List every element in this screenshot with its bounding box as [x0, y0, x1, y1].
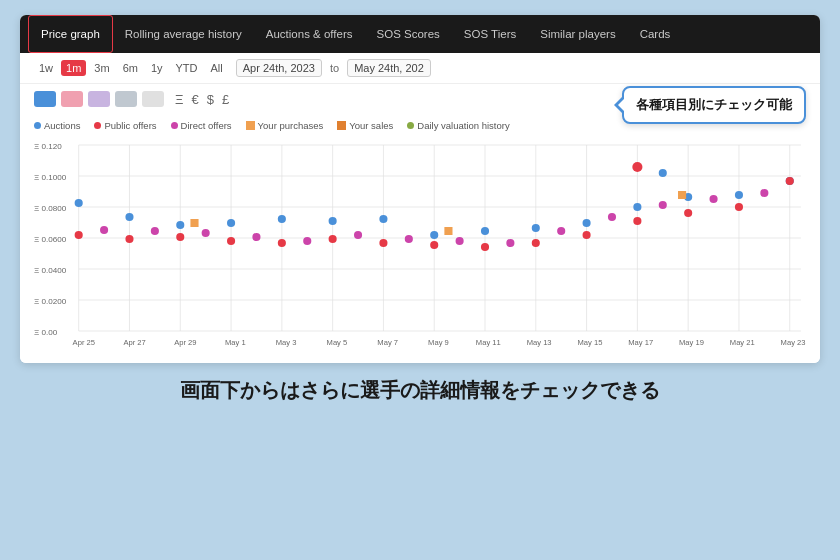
time-btn-6m[interactable]: 6m — [118, 60, 143, 76]
svg-point-64 — [227, 237, 235, 245]
svg-point-57 — [633, 203, 641, 211]
legend-label-sales: Your sales — [349, 120, 393, 131]
swatch-lavender[interactable] — [88, 91, 110, 107]
swatch-gray[interactable] — [115, 91, 137, 107]
svg-text:Ξ 0.0400: Ξ 0.0400 — [34, 266, 67, 275]
legend-direct: Direct offers — [171, 120, 232, 131]
time-btn-all[interactable]: All — [206, 60, 228, 76]
svg-point-84 — [506, 239, 514, 247]
svg-text:May 7: May 7 — [377, 338, 398, 347]
svg-point-73 — [684, 209, 692, 217]
svg-point-94 — [659, 169, 667, 177]
legend-dot-public — [94, 122, 101, 129]
svg-text:Ξ 0.0200: Ξ 0.0200 — [34, 297, 67, 306]
legend-label-direct: Direct offers — [181, 120, 232, 131]
date-to[interactable]: May 24th, 202 — [347, 59, 431, 77]
controls-row: 1w 1m 3m 6m 1y YTD All Apr 24th, 2023 to… — [20, 53, 820, 84]
time-btn-3m[interactable]: 3m — [89, 60, 114, 76]
main-card: Price graph Rolling average history Auct… — [20, 15, 820, 363]
svg-point-51 — [329, 217, 337, 225]
svg-point-93 — [632, 162, 642, 172]
annotation-area: Ξ € $ £ Filter by positions 各種項目別にチェック可能 — [20, 84, 820, 114]
legend-label-valuation: Daily valuation history — [417, 120, 509, 131]
svg-point-81 — [354, 231, 362, 239]
svg-point-72 — [633, 217, 641, 225]
svg-point-74 — [735, 203, 743, 211]
legend-auctions: Auctions — [34, 120, 80, 131]
swatch-light[interactable] — [142, 91, 164, 107]
dollar-icon[interactable]: $ — [207, 92, 214, 107]
nav-item-sos-scores[interactable]: SOS Scores — [365, 15, 452, 53]
svg-text:Ξ 0.120: Ξ 0.120 — [34, 142, 62, 151]
nav-item-sos-tiers[interactable]: SOS Tiers — [452, 15, 528, 53]
annotation-bubble: 各種項目別にチェック可能 — [622, 86, 806, 124]
svg-text:Apr 25: Apr 25 — [73, 338, 95, 347]
time-buttons: 1w 1m 3m 6m 1y YTD All — [34, 60, 228, 76]
chart-svg: Ξ 0.120 Ξ 0.1000 Ξ 0.0800 Ξ 0.0600 Ξ 0.0… — [34, 135, 806, 355]
currency-icons: Ξ € $ £ — [175, 92, 229, 107]
svg-point-53 — [430, 231, 438, 239]
svg-point-65 — [278, 239, 286, 247]
time-btn-1y[interactable]: 1y — [146, 60, 168, 76]
legend-dot-auctions — [34, 122, 41, 129]
svg-point-88 — [710, 195, 718, 203]
svg-rect-1 — [34, 135, 806, 355]
outer-wrapper: Price graph Rolling average history Auct… — [0, 0, 840, 560]
svg-point-76 — [100, 226, 108, 234]
svg-point-80 — [303, 237, 311, 245]
svg-text:May 17: May 17 — [628, 338, 653, 347]
euro-icon[interactable]: € — [191, 92, 198, 107]
swatch-pink[interactable] — [61, 91, 83, 107]
svg-rect-90 — [190, 219, 198, 227]
eth-icon[interactable]: Ξ — [175, 92, 183, 107]
legend-label-auctions: Auctions — [44, 120, 80, 131]
svg-point-52 — [379, 215, 387, 223]
svg-point-49 — [227, 219, 235, 227]
date-separator: to — [330, 62, 339, 74]
svg-text:May 1: May 1 — [225, 338, 246, 347]
nav-item-price-graph[interactable]: Price graph — [28, 15, 113, 53]
svg-point-61 — [75, 231, 83, 239]
time-btn-1m[interactable]: 1m — [61, 60, 86, 76]
svg-rect-92 — [678, 191, 686, 199]
svg-point-71 — [583, 231, 591, 239]
nav-item-cards[interactable]: Cards — [628, 15, 683, 53]
svg-rect-91 — [444, 227, 452, 235]
svg-text:Apr 27: Apr 27 — [123, 338, 145, 347]
time-btn-ytd[interactable]: YTD — [171, 60, 203, 76]
time-btn-1w[interactable]: 1w — [34, 60, 58, 76]
svg-text:May 9: May 9 — [428, 338, 449, 347]
svg-text:May 19: May 19 — [679, 338, 704, 347]
svg-point-69 — [481, 243, 489, 251]
legend-label-public: Public offers — [104, 120, 156, 131]
svg-text:Apr 29: Apr 29 — [174, 338, 196, 347]
nav-item-rolling[interactable]: Rolling average history — [113, 15, 254, 53]
legend-valuation: Daily valuation history — [407, 120, 509, 131]
nav-item-auctions[interactable]: Auctions & offers — [254, 15, 365, 53]
legend-public: Public offers — [94, 120, 156, 131]
svg-point-82 — [405, 235, 413, 243]
svg-point-66 — [329, 235, 337, 243]
svg-point-67 — [379, 239, 387, 247]
pound-icon[interactable]: £ — [222, 92, 229, 107]
svg-text:May 11: May 11 — [476, 338, 501, 347]
svg-point-59 — [735, 191, 743, 199]
svg-point-85 — [557, 227, 565, 235]
svg-text:May 3: May 3 — [276, 338, 297, 347]
legend-square-sales — [337, 121, 346, 130]
nav-item-similar[interactable]: Similar players — [528, 15, 627, 53]
svg-point-62 — [125, 235, 133, 243]
legend-sales: Your sales — [337, 120, 393, 131]
svg-text:Ξ 0.00: Ξ 0.00 — [34, 328, 58, 337]
svg-text:Ξ 0.0800: Ξ 0.0800 — [34, 204, 67, 213]
svg-point-83 — [456, 237, 464, 245]
svg-point-70 — [532, 239, 540, 247]
svg-point-79 — [252, 233, 260, 241]
svg-point-54 — [481, 227, 489, 235]
swatch-blue[interactable] — [34, 91, 56, 107]
date-from[interactable]: Apr 24th, 2023 — [236, 59, 322, 77]
legend-purchases: Your purchases — [246, 120, 324, 131]
svg-text:May 21: May 21 — [730, 338, 755, 347]
svg-point-86 — [608, 213, 616, 221]
svg-text:Ξ 0.1000: Ξ 0.1000 — [34, 173, 67, 182]
